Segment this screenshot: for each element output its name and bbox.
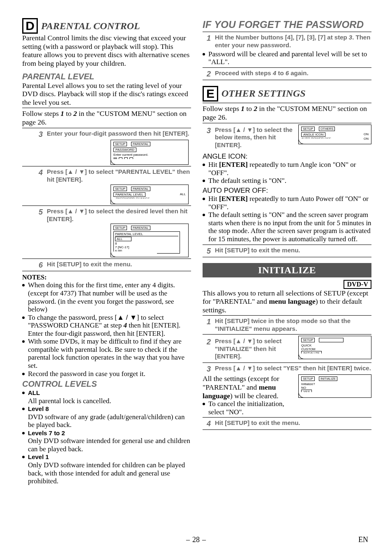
osd3-all: ALL bbox=[115, 237, 131, 241]
step-5-text: Press [▲ / ▼] to select the desired leve… bbox=[47, 208, 191, 223]
ctrl-l72-desc: Only DVD software intended for general u… bbox=[28, 437, 191, 453]
ctrl-l8-desc: DVD software of any grade (adult/general… bbox=[28, 413, 191, 429]
fs2-6: 6 bbox=[286, 69, 289, 76]
fs2-num: 2 bbox=[203, 69, 211, 78]
other-lead: Follow steps 1 to 2 in the "CUSTOM MENU"… bbox=[203, 104, 371, 122]
initialize-banner: INITIALIZE bbox=[203, 263, 371, 277]
ctrl-all: ALL All parental lock is cancelled. bbox=[22, 389, 191, 405]
other-settings-title: OTHER SETTINGS bbox=[221, 88, 306, 99]
ctrl-all-label: ALL bbox=[28, 389, 40, 396]
init-step-2-row: 2 Press [▲ / ▼] to select "INITIALIZE" t… bbox=[203, 336, 371, 361]
step-5: 5 Press [▲ / ▼] to select the desired le… bbox=[22, 208, 191, 223]
parental-level-heading: PARENTAL LEVEL bbox=[22, 72, 191, 81]
fs1-text: Hit the Number buttons [4], [7], [3], [7… bbox=[215, 34, 371, 49]
ctrl-l72-label: Levels 7 to 2 bbox=[28, 429, 65, 436]
updown-icon: ▲ / ▼ bbox=[235, 365, 253, 372]
fs1-num: 1 bbox=[203, 34, 211, 43]
osd-init-menu: SETUP QUICK CUSTOM INITIALIZE bbox=[298, 336, 371, 359]
olead-2: 2 bbox=[254, 104, 257, 113]
ctrl-l1-label: Level 1 bbox=[28, 453, 49, 460]
fs1-n: 3 bbox=[349, 34, 352, 41]
lead-2: 2 bbox=[73, 109, 77, 118]
osd2-tab-parental: PARENTAL bbox=[131, 187, 150, 191]
osdI2-no: NO bbox=[301, 386, 369, 390]
osd-curve bbox=[111, 159, 157, 165]
osd-parental-level-menu: SETUP PARENTAL PARENTAL LEVEL ALL PASSWO… bbox=[111, 185, 189, 204]
fs2-a: Proceed with steps bbox=[215, 69, 273, 76]
letter-e-box: E bbox=[203, 86, 218, 102]
osd1-prompt: Enter current password. bbox=[113, 153, 186, 157]
apo-b2: The default setting is "ON" and the scre… bbox=[203, 211, 371, 243]
angle-bullets: Hit [ENTER] repeatedly to turn Angle ico… bbox=[203, 161, 371, 185]
divider bbox=[203, 32, 371, 32]
divider bbox=[203, 315, 371, 316]
osdI2-q: Initialize? bbox=[301, 382, 369, 386]
step-6-num: 6 bbox=[35, 261, 43, 270]
is3-a: Press [ bbox=[215, 365, 235, 372]
osd3-tab-parental: PARENTAL bbox=[131, 226, 150, 230]
divider bbox=[203, 334, 371, 335]
is2-text: Press [▲ / ▼] to select "INITIALIZE" the… bbox=[215, 337, 295, 360]
apo-b1: Hit [ENTER] repeatedly to turn Auto Powe… bbox=[203, 195, 371, 211]
osd-curve bbox=[298, 392, 342, 398]
forgot-step-2: 2 Proceed with steps 4 to 6 again. bbox=[203, 69, 371, 78]
step-4-num: 4 bbox=[35, 168, 43, 177]
page-number: 28 bbox=[192, 536, 200, 544]
is4-num: 4 bbox=[203, 419, 211, 428]
left-column: D PARENTAL CONTROL Parental Control limi… bbox=[22, 16, 191, 485]
s4-a: Press [ bbox=[47, 168, 67, 175]
section-e-header: E OTHER SETTINGS bbox=[203, 86, 371, 102]
step-6-text: Hit [SETUP] to exit the menu. bbox=[47, 261, 191, 268]
osd1-password-box: PASSWORD bbox=[113, 148, 136, 152]
ctrl-all-desc: All parental lock is cancelled. bbox=[28, 397, 191, 405]
osdI2-setup: SETUP bbox=[301, 376, 315, 381]
divider bbox=[22, 259, 191, 259]
osd1-tab-parental: PARENTAL bbox=[131, 142, 150, 146]
olead-1: 1 bbox=[241, 104, 244, 113]
fs2-b: again. bbox=[289, 69, 309, 76]
ctrl-l1-desc: Only DVD software intended for children … bbox=[28, 461, 191, 485]
fs2-4: 4 bbox=[273, 69, 276, 76]
control-levels-heading: CONTROL LEVELS bbox=[22, 379, 191, 389]
osdO-tab-others: OTHERS bbox=[319, 127, 335, 131]
updown-icon: ▲ / ▼ bbox=[117, 314, 137, 321]
note-3: With some DVDs, it may be difficult to f… bbox=[22, 337, 191, 369]
updown-icon: ▲ / ▼ bbox=[67, 168, 85, 175]
footer-en: EN bbox=[358, 536, 368, 544]
updown-icon: ▲ / ▼ bbox=[67, 208, 85, 215]
notes-list: When doing this for the first time, ente… bbox=[22, 281, 191, 378]
dvd-v-badge: DVD-V bbox=[344, 280, 371, 289]
note-4: Record the password in case you forget i… bbox=[22, 370, 191, 378]
s5-a: Press [ bbox=[47, 208, 67, 215]
divider bbox=[203, 362, 371, 363]
divider bbox=[22, 271, 191, 271]
ctrl-l1: Level 1 Only DVD software intended for c… bbox=[22, 453, 191, 485]
note-2: To change the password, press [▲ / ▼] to… bbox=[22, 314, 191, 338]
os3-text: Press [▲ / ▼] to select the below items,… bbox=[215, 126, 295, 149]
parental-level-body: Parental Level allows you to set the rat… bbox=[22, 81, 191, 107]
step-3: 3 Enter your four-digit password then hi… bbox=[22, 130, 191, 139]
divider bbox=[203, 245, 371, 245]
olead-a: Follow steps bbox=[203, 104, 241, 113]
ctrl-l8-label: Level 8 bbox=[28, 405, 49, 412]
init-cancel-list: To cancel the initialization, select "NO… bbox=[203, 400, 295, 416]
forgot-note-list: Password will be cleared and parental le… bbox=[203, 50, 371, 66]
lead-b: to bbox=[64, 109, 73, 118]
is2-num: 2 bbox=[203, 337, 211, 346]
osdI1-custom: CUSTOM bbox=[301, 347, 369, 351]
angle-b1: Hit [ENTER] repeatedly to turn Angle ico… bbox=[203, 161, 371, 177]
initialize-intro: This allows you to return all selections… bbox=[203, 289, 371, 314]
osd-password: SETUP PARENTAL PASSWORD Enter current pa… bbox=[111, 140, 189, 165]
osd3-r3: 7 [NC-17] bbox=[115, 245, 178, 249]
divider bbox=[22, 205, 191, 206]
osd-curve bbox=[111, 199, 157, 204]
note-1: When doing this for the first time, ente… bbox=[22, 281, 191, 313]
olead-b: to bbox=[244, 104, 254, 113]
init-clear-note: All the settings (except for "PARENTAL" … bbox=[203, 374, 295, 400]
osd3-header: PARENTAL LEVEL bbox=[115, 232, 178, 236]
osd-curve bbox=[298, 138, 342, 144]
apo-bullets: Hit [ENTER] repeatedly to turn Auto Powe… bbox=[203, 195, 371, 243]
ctrl-l72: Levels 7 to 2 Only DVD software intended… bbox=[22, 429, 191, 453]
osdO-apo-on: ON bbox=[364, 137, 369, 141]
fs1-a: Hit the Number buttons [4], [7], [3], [7… bbox=[215, 34, 349, 41]
